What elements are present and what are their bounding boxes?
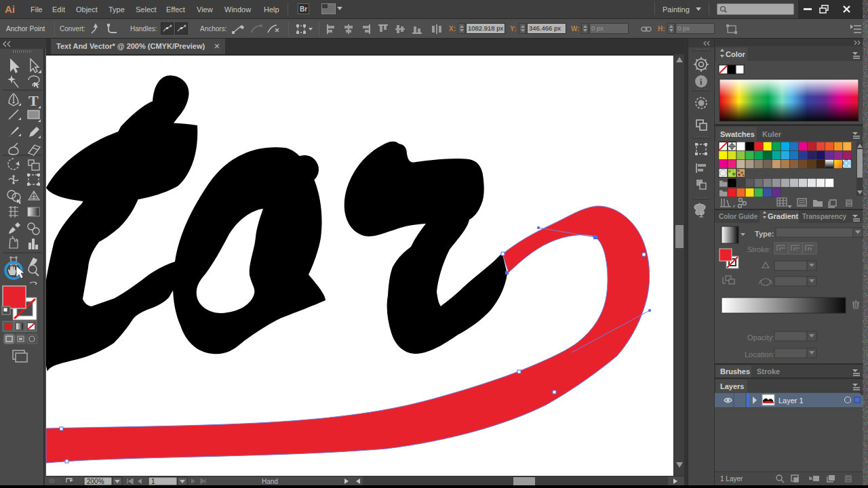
svg-text:Swatches: Swatches (720, 130, 755, 138)
svg-text:Stroke:: Stroke: (747, 245, 771, 253)
svg-text:Location:: Location: (745, 350, 775, 359)
svg-text:Kuler: Kuler (762, 130, 782, 138)
svg-text:Transparency: Transparency (802, 213, 846, 220)
svg-text:Color Guide: Color Guide (719, 213, 758, 220)
svg-text:Layer 1: Layer 1 (778, 396, 804, 405)
svg-text:200%: 200% (87, 478, 104, 485)
svg-text:T: T (28, 92, 39, 109)
svg-text:Type:: Type: (755, 230, 774, 238)
svg-text:1: 1 (151, 478, 155, 485)
svg-text:Layers: Layers (720, 382, 744, 390)
svg-text:Opacity:: Opacity: (747, 333, 774, 342)
svg-text:Gradient: Gradient (768, 212, 799, 220)
svg-text:Stroke: Stroke (757, 367, 780, 375)
svg-text:Color: Color (726, 50, 745, 58)
svg-text:1 Layer: 1 Layer (720, 475, 743, 483)
svg-text:Hand: Hand (262, 478, 278, 485)
svg-text:Brushes: Brushes (720, 367, 750, 375)
